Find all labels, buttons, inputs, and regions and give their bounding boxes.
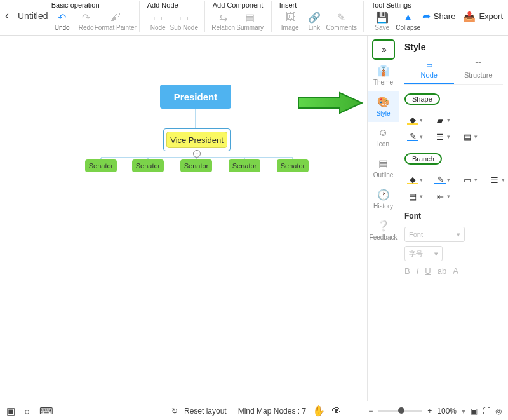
- sub-node-button[interactable]: ▭Sub Node: [170, 10, 198, 32]
- image-icon: 🖼: [284, 11, 296, 23]
- zoom-value: 100%: [437, 407, 457, 416]
- reset-layout-icon[interactable]: ↻: [171, 407, 178, 416]
- link-button[interactable]: 🔗Link: [302, 10, 326, 32]
- node-senator[interactable]: Senator: [132, 159, 164, 172]
- panel-title: Style: [404, 42, 503, 52]
- fill-icon: ◆: [407, 116, 418, 125]
- font-section-title: Font: [404, 212, 503, 220]
- summary-icon: ▤: [244, 11, 256, 23]
- summary-button[interactable]: ▤Summary: [236, 10, 265, 32]
- style-icon: 🎨: [377, 96, 390, 108]
- center-icon[interactable]: ◎: [495, 407, 502, 416]
- group-tool-settings: Tool Settings 💾Save ▲Collapse: [370, 1, 422, 32]
- border-width-icon: ▤: [462, 132, 473, 141]
- right-sidebar: ›› 👔Theme 🎨Style ☺Icon ▤Outline 🕐History…: [367, 36, 508, 401]
- panel-toggle[interactable]: ››: [372, 39, 395, 60]
- underline-button[interactable]: U: [425, 266, 431, 276]
- feedback-icon: ❔: [377, 220, 390, 232]
- zoom-out-button[interactable]: −: [368, 407, 373, 416]
- shape-section-label: Shape: [404, 93, 440, 105]
- rail-history[interactable]: 🕐History: [368, 184, 399, 215]
- undo-icon: ↶: [57, 11, 68, 23]
- zoom-slider[interactable]: [378, 410, 422, 412]
- font-family-select[interactable]: Font▾: [404, 227, 465, 242]
- svg-marker-8: [298, 93, 362, 113]
- group-label: Add Node: [146, 1, 198, 9]
- node-tab-icon: ▭: [426, 61, 432, 69]
- image-button[interactable]: 🖼Image: [278, 10, 302, 32]
- tab-structure[interactable]: ☷Structure: [454, 58, 504, 84]
- back-icon[interactable]: ‹: [5, 9, 9, 22]
- rail-outline[interactable]: ▤Outline: [368, 152, 399, 184]
- branch-arrow-picker[interactable]: ⇤▾: [432, 190, 453, 203]
- italic-button[interactable]: I: [417, 266, 419, 276]
- share-icon: ➦: [422, 10, 431, 22]
- visibility-icon[interactable]: 👁: [331, 405, 342, 417]
- branch-style2-icon: ▤: [407, 192, 418, 201]
- border-style-picker[interactable]: ☰▾: [432, 130, 453, 143]
- border-color-icon: ✎: [407, 132, 418, 141]
- canvas[interactable]: President Vice President − Senator Senat…: [0, 36, 367, 401]
- node-senator[interactable]: Senator: [180, 159, 212, 172]
- style-panel: Style ▭Node ☷Structure Shape ◆▾ ▰▾ ✎▾ ☰▾…: [399, 36, 508, 401]
- export-button[interactable]: 📤Export: [463, 10, 503, 22]
- brightness-icon[interactable]: ☼: [23, 405, 32, 417]
- collapse-button[interactable]: ▲Collapse: [394, 10, 422, 32]
- reset-layout-button[interactable]: Reset layout: [184, 407, 227, 416]
- strike-button[interactable]: ab: [438, 266, 446, 276]
- group-label: Tool Settings: [370, 1, 422, 9]
- border-width-picker[interactable]: ▤▾: [459, 130, 480, 143]
- fit-icon[interactable]: ▣: [471, 407, 478, 416]
- branch-fill-picker[interactable]: ◆▾: [404, 173, 425, 186]
- keyboard-icon[interactable]: ⌨: [39, 405, 53, 417]
- pan-icon[interactable]: ✋: [312, 405, 325, 417]
- status-bar: ▣ ☼ ⌨ ↻ Reset layout Mind Map Nodes : 7 …: [0, 401, 508, 420]
- rail-style[interactable]: 🎨Style: [368, 91, 399, 122]
- branch-list-picker[interactable]: ☰▾: [486, 173, 507, 186]
- node-senator[interactable]: Senator: [229, 159, 260, 172]
- undo-button[interactable]: ↶Undo: [50, 10, 74, 32]
- icon-icon: ☺: [378, 127, 388, 139]
- branch-line-picker[interactable]: ✎▾: [432, 173, 453, 186]
- node-collapse-toggle[interactable]: −: [193, 150, 201, 158]
- comments-button[interactable]: ✎Comments: [326, 10, 357, 32]
- rail-theme[interactable]: 👔Theme: [368, 60, 399, 91]
- outline-icon: ▤: [378, 158, 388, 170]
- group-insert: Insert 🖼Image 🔗Link ✎Comments: [278, 1, 357, 32]
- document-title[interactable]: Untitled: [18, 11, 48, 21]
- branch-line-icon: ✎: [434, 175, 446, 184]
- node-vice-president[interactable]: Vice President: [166, 132, 227, 148]
- group-add-component: Add Component ⇆Relation ▤Summary: [211, 1, 265, 32]
- font-size-select[interactable]: 字号▾: [404, 246, 443, 261]
- group-label: Insert: [278, 1, 357, 9]
- format-painter-button[interactable]: 🖌Format Painter: [98, 10, 133, 32]
- save-button[interactable]: 💾Save: [370, 10, 394, 32]
- relation-icon: ⇆: [218, 11, 229, 23]
- group-label: Basic operation: [50, 1, 133, 9]
- branch-arrow-icon: ⇤: [434, 192, 446, 201]
- rail-feedback[interactable]: ❔Feedback: [368, 215, 399, 246]
- nodes-label: Mind Map Nodes :: [238, 407, 300, 416]
- branch-style2-picker[interactable]: ▤▾: [404, 190, 425, 203]
- tab-node[interactable]: ▭Node: [404, 58, 454, 84]
- border-color-picker[interactable]: ✎▾: [404, 130, 425, 143]
- fill-color-picker[interactable]: ◆▾: [404, 114, 425, 126]
- node-senator[interactable]: Senator: [85, 159, 117, 172]
- node-button[interactable]: ▭Node: [146, 10, 170, 32]
- format-painter-icon: 🖌: [110, 11, 121, 23]
- structure-tab-icon: ☷: [475, 61, 481, 69]
- shape-picker[interactable]: ▰▾: [432, 114, 453, 126]
- node-president[interactable]: President: [160, 85, 231, 109]
- branch-rect-icon: ▭: [462, 175, 473, 184]
- zoom-in-button[interactable]: +: [427, 407, 432, 416]
- branch-rect-picker[interactable]: ▭▾: [459, 173, 480, 186]
- fullscreen-icon[interactable]: ⛶: [483, 407, 490, 416]
- share-button[interactable]: ➦Share: [422, 10, 456, 22]
- node-senator[interactable]: Senator: [277, 159, 309, 172]
- presentation-icon[interactable]: ▣: [6, 405, 15, 417]
- border-style-icon: ☰: [434, 132, 446, 141]
- bold-button[interactable]: B: [404, 266, 410, 276]
- relation-button[interactable]: ⇆Relation: [211, 10, 236, 32]
- font-color-button[interactable]: A: [453, 266, 458, 276]
- rail-icon[interactable]: ☺Icon: [368, 122, 399, 152]
